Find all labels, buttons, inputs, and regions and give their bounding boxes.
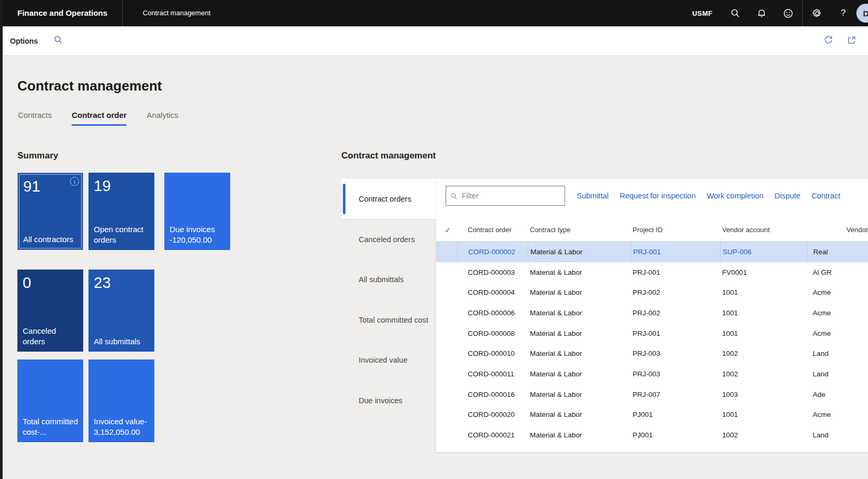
tile-label: Open contract orders <box>94 224 150 246</box>
cell-vname: Land <box>807 370 868 378</box>
cell-order: CORD-000021 <box>457 431 528 439</box>
smiley-icon[interactable] <box>775 0 801 26</box>
cell-proj: PJ001 <box>630 411 720 418</box>
search-icon[interactable] <box>722 0 748 26</box>
section-tab-canceled-orders[interactable]: Canceled orders <box>341 219 436 260</box>
table-row[interactable]: CORD-000010Material & LaborPRJ-0031002La… <box>436 343 868 364</box>
section-tab-total-committed-cost[interactable]: Total committed cost <box>341 300 436 341</box>
bell-icon[interactable] <box>748 0 775 26</box>
cell-order: CORD-000010 <box>457 350 528 357</box>
table-row[interactable]: CORD-000020Material & LaborPJ0011001Acme <box>436 405 868 425</box>
open-in-new-window-icon[interactable] <box>847 35 856 47</box>
cell-proj: PRJ-002 <box>630 309 720 317</box>
cell-link[interactable]: SUP-006 <box>723 248 752 256</box>
table-row[interactable]: CORD-000011Material & LaborPRJ-0031002La… <box>436 364 868 384</box>
cell-vacct: 1002 <box>720 370 807 378</box>
cell-text: PJ001 <box>633 431 653 439</box>
cell-vacct: 1001 <box>720 411 807 418</box>
cell-text: Acme <box>813 309 831 317</box>
cell-vacct: 1002 <box>720 431 807 439</box>
summary-tile-open-contract-orders[interactable]: 19Open contract orders <box>88 173 154 250</box>
table-row[interactable]: CORD-000004Material & LaborPRJ-0021001Ac… <box>436 282 868 303</box>
cell-text: Material & Labor <box>530 288 582 296</box>
filter-input[interactable] <box>461 192 560 200</box>
cell-text: Material & Labor <box>530 391 582 398</box>
user-avatar[interactable]: D <box>856 4 868 23</box>
link-submittal[interactable]: Submittal <box>577 192 608 200</box>
info-icon[interactable]: i <box>70 177 79 186</box>
table-row[interactable]: CORD-000016Material & LaborPRJ-0071003Ad… <box>436 384 868 405</box>
cell-vname: Land <box>807 431 868 439</box>
table-row[interactable]: CORD-000008Material & LaborPRJ-0011001Ac… <box>436 323 868 344</box>
tab-contract-order[interactable]: Contract order <box>72 111 126 126</box>
tab-analytics[interactable]: Analytics <box>146 111 178 126</box>
cell-type: Material & Labor <box>528 309 630 317</box>
tile-value: 91 <box>23 178 77 195</box>
company-selector[interactable]: USMF <box>683 9 722 17</box>
summary-heading: Summary <box>17 151 58 161</box>
cell-text: CORD-000016 <box>468 391 515 398</box>
select-all-checkmark-icon[interactable]: ✓ <box>436 226 457 234</box>
tile-label: Canceled orders <box>23 326 79 347</box>
summary-tile-canceled-orders[interactable]: 0Canceled orders <box>17 270 83 352</box>
column-header-project-id[interactable]: Project ID <box>630 226 720 234</box>
cell-vacct: 1002 <box>720 350 807 357</box>
section-tab-list: Contract ordersCanceled ordersAll submit… <box>341 179 436 421</box>
help-icon[interactable]: ? <box>830 0 856 26</box>
link-dispute[interactable]: Dispute <box>774 192 800 200</box>
cell-link[interactable]: CORD-000002 <box>468 248 515 256</box>
cell-text: CORD-000006 <box>468 309 515 317</box>
page-title: Contract management <box>17 78 162 94</box>
app-title[interactable]: Finance and Operations <box>3 0 122 26</box>
table-row[interactable]: CORD-000003Material & LaborPRJ-001FV0001… <box>436 262 868 283</box>
table-row[interactable]: CORD-000002Material & LaborPRJ-001SUP-00… <box>436 242 868 262</box>
cell-vname: Al GR <box>807 268 868 276</box>
section-tab-all-submittals[interactable]: All submittals <box>341 260 436 300</box>
cell-proj: PRJ-007 <box>630 391 720 398</box>
cell-vname: Acme <box>807 411 868 418</box>
link-request-for-inspection[interactable]: Request for inspection <box>619 192 695 200</box>
cell-text: Land <box>813 370 828 378</box>
tile-value: 23 <box>94 274 149 292</box>
tile-value: 19 <box>94 177 149 195</box>
link-work-completion[interactable]: Work completion <box>707 192 764 200</box>
cell-type: Material & Labor <box>528 391 630 398</box>
search-icon[interactable] <box>54 35 63 46</box>
cell-text: Land <box>813 350 828 357</box>
grid-header-row: ✓Contract orderContract typeProject IDVe… <box>436 218 868 242</box>
topbar-divider <box>802 0 803 26</box>
cell-text: CORD-000011 <box>468 370 514 378</box>
cell-text: 1002 <box>722 350 738 357</box>
column-header-contract-type[interactable]: Contract type <box>528 226 630 234</box>
cell-type: Material & Labor <box>528 350 630 357</box>
table-row[interactable]: CORD-000021Material & LaborPJ0011002Land <box>436 425 868 445</box>
section-tab-invoiced-value[interactable]: Invoiced value <box>341 340 436 381</box>
summary-tile-all-submittals[interactable]: 23All submittals <box>88 270 154 352</box>
section-tab-contract-orders[interactable]: Contract orders <box>341 179 436 219</box>
column-header-vendor-name[interactable]: Vendor name <box>807 226 868 234</box>
summary-tile-total-committed-cost[interactable]: Total committed cost-... <box>17 360 83 442</box>
link-contract[interactable]: Contract <box>812 192 841 200</box>
section-tab-due-invoices[interactable]: Due invoices <box>341 381 436 421</box>
summary-tile-invoiced-value-3-152-050-00[interactable]: Invoiced value-3,152,050.00 <box>88 360 154 442</box>
cell-text: PRJ-003 <box>633 350 660 357</box>
cell-vname: Land <box>807 350 868 357</box>
options-menu[interactable]: Options <box>3 37 38 45</box>
cell-proj: PRJ-003 <box>630 370 720 378</box>
tab-contracts[interactable]: Contracts <box>18 111 52 126</box>
table-row[interactable]: CORD-000006Material & LaborPRJ-0021001Ac… <box>436 303 868 323</box>
summary-tile-due-invoices-120-050-00[interactable]: Due invoices -120,050.00 <box>164 173 230 250</box>
filter-field[interactable] <box>446 186 565 206</box>
cell-type: Material & Labor <box>528 268 630 276</box>
topbar-page-tab[interactable]: Contract management <box>123 0 231 26</box>
cell-type: Material & Labor <box>528 370 630 378</box>
cell-text: PRJ-001 <box>633 268 660 276</box>
toolbar-links: SubmittalRequest for inspectionWork comp… <box>577 192 840 200</box>
gear-icon[interactable] <box>804 0 830 26</box>
column-header-contract-order[interactable]: Contract order <box>457 226 528 234</box>
summary-tile-all-contractors[interactable]: 91iAll contractors <box>17 173 83 250</box>
section-heading: Contract management <box>341 151 436 161</box>
column-header-vendor-account[interactable]: Vendor account <box>720 226 807 234</box>
cell-link[interactable]: PRJ-001 <box>633 248 661 256</box>
refresh-icon[interactable] <box>824 35 833 47</box>
